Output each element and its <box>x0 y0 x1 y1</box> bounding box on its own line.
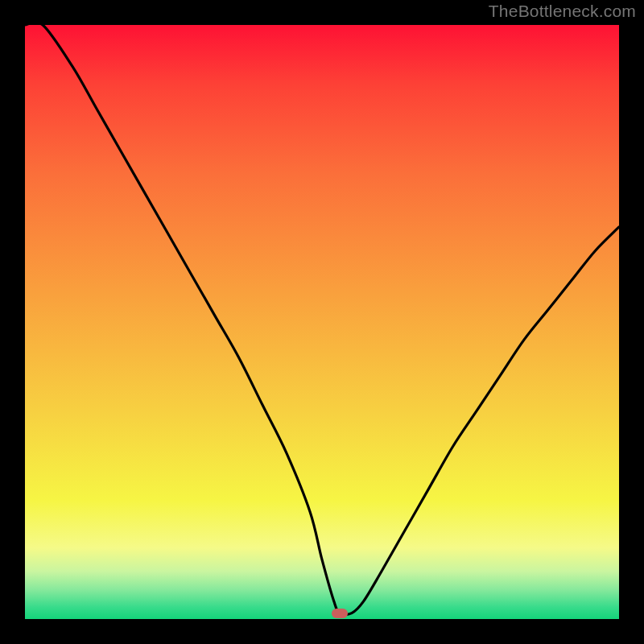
watermark-text: TheBottleneck.com <box>489 2 636 21</box>
plot-area <box>25 25 619 619</box>
minimum-marker <box>332 609 348 618</box>
chart-frame: TheBottleneck.com <box>0 0 644 644</box>
curve-layer <box>25 25 619 619</box>
bottleneck-curve <box>25 22 619 614</box>
